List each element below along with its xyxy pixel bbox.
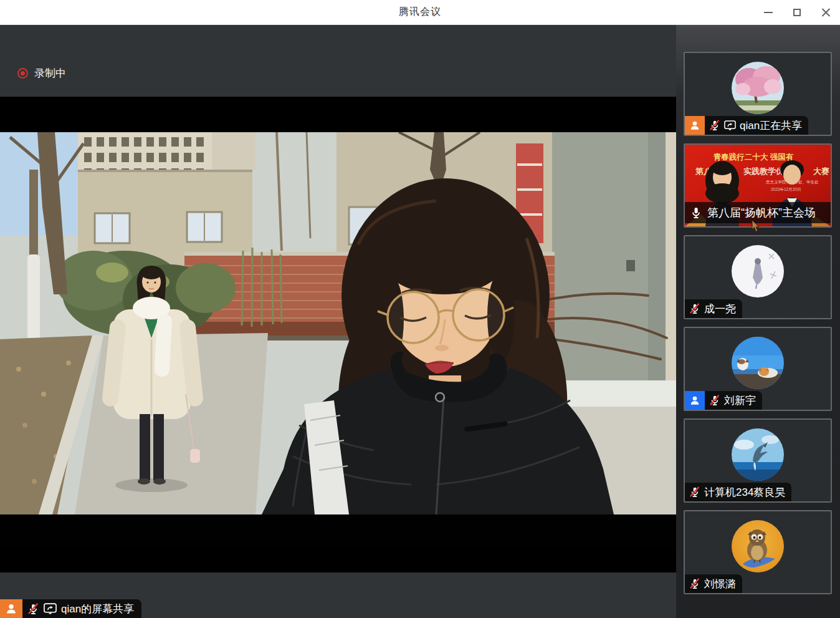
minimize-button[interactable]	[758, 2, 779, 23]
participant-tile-cailianghao[interactable]: 计算机234蔡良昊	[684, 418, 832, 503]
participant-label: qian正在共享	[685, 116, 808, 135]
participant-tile-liujinglu[interactable]: 刘憬潞	[684, 510, 832, 594]
titlebar: 腾讯会议	[0, 0, 840, 25]
person-icon	[685, 391, 705, 410]
participant-name: 第八届“扬帆杯”主会场	[707, 205, 816, 220]
mic-muted-icon	[709, 120, 720, 131]
svg-text:大赛: 大赛	[813, 167, 829, 176]
participant-tile-qian[interactable]: qian正在共享	[684, 52, 832, 136]
shared-screen-video	[0, 97, 676, 572]
shared-screen-label-text: qian的屏幕共享	[61, 602, 134, 616]
person-icon	[0, 599, 22, 618]
record-dot-icon	[17, 68, 28, 79]
participant-tile-liuxinyu[interactable]: 刘新宇	[684, 327, 832, 411]
shared-video-frame	[0, 132, 676, 514]
avatar	[732, 428, 784, 481]
screen-share-icon	[44, 603, 57, 614]
mouse-cursor-icon	[752, 220, 760, 233]
window-controls	[758, 0, 836, 25]
minimize-icon	[764, 12, 773, 13]
participant-name: 刘新宇	[724, 393, 756, 408]
letterbox-bottom	[0, 514, 676, 548]
maximize-icon	[793, 9, 801, 16]
participant-tile-chengyiyao[interactable]: 成一尧	[684, 235, 832, 319]
window-title: 腾讯会议	[0, 6, 840, 19]
mic-muted-icon	[689, 578, 700, 589]
avatar	[732, 520, 784, 572]
svg-text:青春践行二十大 强国有: 青春践行二十大 强国有	[714, 152, 794, 162]
maximize-button[interactable]	[786, 2, 808, 23]
screen-share-icon	[724, 120, 736, 130]
avatar	[732, 245, 784, 297]
participant-label: 刘憬潞	[685, 574, 742, 593]
participant-name: 计算机234蔡良昊	[704, 485, 785, 500]
avatar	[732, 337, 784, 389]
avatar	[732, 62, 784, 114]
mic-muted-icon	[689, 486, 700, 498]
recording-indicator: 录制中	[17, 66, 66, 80]
letterbox-top	[0, 97, 676, 132]
main-stage: 录制中	[0, 25, 676, 618]
participant-name: 成一尧	[704, 302, 736, 316]
tencent-meeting-window: 腾讯会议 录制中	[0, 0, 840, 618]
mic-muted-icon	[689, 303, 700, 314]
shared-screen-label: qian的屏幕共享	[0, 599, 141, 618]
svg-text:实践教学优: 实践教学优	[743, 167, 784, 176]
participant-label: 计算机234蔡良昊	[685, 483, 791, 501]
close-button[interactable]	[815, 2, 836, 23]
participant-name: 刘憬潞	[704, 577, 736, 591]
close-icon	[821, 8, 831, 17]
participant-label: 成一尧	[685, 299, 742, 318]
person-icon	[685, 116, 705, 135]
participants-panel: qian正在共享 青春践行二十大 强国有 第八届 实践教学优 大赛 思主义学院、…	[676, 25, 840, 618]
recording-label: 录制中	[34, 66, 66, 80]
participant-name: qian正在共享	[740, 118, 802, 133]
participant-label: 刘新宇	[685, 391, 762, 410]
mic-muted-icon	[27, 603, 39, 615]
mic-muted-icon	[709, 395, 720, 406]
mic-on-icon	[690, 206, 702, 219]
participant-tile-stage[interactable]: 青春践行二十大 强国有 第八届 实践教学优 大赛 思主义学院、教务处、学生处 2…	[684, 143, 832, 228]
svg-text:2023年12月20日: 2023年12月20日	[771, 187, 801, 192]
